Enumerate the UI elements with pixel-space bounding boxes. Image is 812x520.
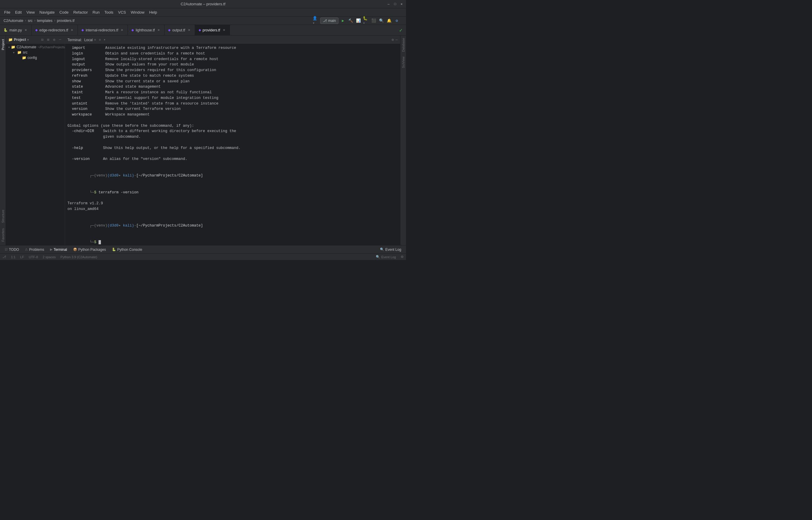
terminal-label: Terminal: [54, 248, 67, 252]
bottom-tab-terminal[interactable]: ▶ Terminal: [48, 247, 69, 252]
tab-lighthouse[interactable]: ◆ lighthouse.tf ✕: [128, 25, 165, 35]
menu-file[interactable]: File: [2, 9, 12, 15]
term-prompt-2: ┌─(venv)(d3d0✦ kali)-[~/PycharmProjects/…: [67, 217, 398, 234]
favorites-tab[interactable]: Favorites: [0, 226, 6, 244]
coverage-button[interactable]: 📊: [355, 18, 362, 24]
breadcrumb-sep-1: ›: [25, 19, 27, 23]
close-button[interactable]: ✕: [399, 2, 403, 6]
menu-edit[interactable]: Edit: [13, 9, 23, 15]
breadcrumb-root[interactable]: C2Automate: [4, 19, 23, 23]
tf-icon-1: ◆: [35, 28, 37, 32]
menu-view[interactable]: View: [25, 9, 36, 15]
event-log-button[interactable]: 🔍 Event Log: [377, 247, 403, 252]
tab-main-py[interactable]: 🐍 main.py ✕: [0, 25, 32, 35]
menu-refactor[interactable]: Refactor: [72, 9, 90, 15]
gear-icon[interactable]: ⚙: [52, 37, 57, 42]
stop-button[interactable]: ⬛: [370, 18, 377, 24]
notification-button[interactable]: 🔔: [386, 18, 392, 24]
menu-bar: File Edit View Navigate Code Refactor Ru…: [0, 8, 406, 17]
checkmark-icon: ✓: [399, 27, 406, 33]
tab-providers[interactable]: ◆ providers.tf ✕: [195, 25, 230, 35]
event-log-icon: 🔍: [380, 248, 384, 252]
window-title: C2Automate – providers.tf: [180, 2, 225, 6]
term-dollar-1: $: [94, 190, 96, 194]
user-icon[interactable]: 👤▾: [312, 18, 319, 24]
collapse-all-icon[interactable]: ⊟: [40, 37, 45, 42]
sciview-tab[interactable]: SciView: [400, 54, 406, 71]
status-git: ⎇: [2, 255, 6, 259]
bottom-tab-todo[interactable]: ☑ TODO: [2, 247, 21, 252]
bottom-tab-problems[interactable]: ⚠ Problems: [23, 247, 47, 252]
tab-close-main-py[interactable]: ✕: [24, 28, 28, 32]
maximize-button[interactable]: □: [393, 2, 397, 6]
status-line-ending[interactable]: LF: [20, 255, 24, 259]
term-output-login: login Obtain and save credentials for a …: [67, 51, 398, 57]
run-button[interactable]: ▶: [340, 18, 346, 24]
term-result-1: Terraform v1.2.9: [67, 201, 398, 206]
menu-help[interactable]: Help: [147, 9, 159, 15]
tab-close-edge-redirectors[interactable]: ✕: [70, 28, 74, 32]
dropdown-icon[interactable]: ▾: [27, 38, 29, 42]
project-tab[interactable]: Project: [0, 37, 6, 52]
tree-config[interactable]: ▶ 📁 config: [6, 55, 65, 60]
breadcrumb-src[interactable]: src: [28, 19, 32, 23]
tf-icon-5: ◆: [199, 28, 201, 32]
event-log-label: Event Log: [381, 255, 396, 259]
tab-close-providers[interactable]: ✕: [222, 28, 226, 32]
menu-window[interactable]: Window: [129, 9, 146, 15]
minimize-panel-icon[interactable]: —: [58, 37, 62, 42]
config-label: config: [28, 56, 37, 60]
breadcrumb-file[interactable]: providers.tf: [57, 19, 74, 23]
tab-close-internal-redirectors[interactable]: ✕: [120, 28, 124, 32]
status-indent[interactable]: 2 spaces: [43, 255, 56, 259]
term-output-chdir2: given subcommand.: [67, 134, 398, 140]
menu-navigate[interactable]: Navigate: [37, 9, 56, 15]
terminal-close-icon[interactable]: ✕: [94, 38, 96, 42]
git-branch-button[interactable]: ⎇ main: [320, 18, 339, 24]
menu-tools[interactable]: Tools: [103, 9, 115, 15]
menu-code[interactable]: Code: [58, 9, 71, 15]
tab-label-main-py: main.py: [9, 28, 22, 32]
terminal-body[interactable]: import Associate existing infrastructure…: [65, 44, 400, 245]
tab-close-output[interactable]: ✕: [187, 28, 191, 32]
tab-edge-redirectors[interactable]: ◆ edge-redirectors.tf ✕: [32, 25, 78, 35]
menu-run[interactable]: Run: [91, 9, 102, 15]
terminal-gear-icon[interactable]: ⚙: [392, 37, 394, 42]
bottom-tab-python-packages[interactable]: 📦 Python Packages: [71, 247, 108, 252]
todo-icon: ☑: [5, 248, 8, 252]
status-event-log[interactable]: 🔍 Event Log: [376, 255, 396, 259]
settings-button[interactable]: ⚙: [394, 18, 400, 24]
terminal-dropdown-button[interactable]: ▾: [104, 37, 106, 42]
terminal-minimize-icon[interactable]: —: [396, 38, 398, 42]
status-encoding[interactable]: UTF-8: [29, 255, 38, 259]
bottom-tab-python-console[interactable]: 🐍 Python Console: [110, 247, 145, 252]
structure-tab[interactable]: Structure: [0, 207, 6, 225]
search-everywhere-button[interactable]: 🔍: [378, 18, 385, 24]
term-output-test: test Experimental support for module int…: [67, 95, 398, 101]
status-position[interactable]: 1:1: [11, 255, 16, 259]
breadcrumb-templates[interactable]: templates: [37, 19, 52, 23]
term-output-untaint: untaint Remove the 'tainted' state from …: [67, 101, 398, 107]
tab-close-lighthouse[interactable]: ✕: [157, 28, 161, 32]
tree-src[interactable]: ▾ 📁 src: [6, 50, 65, 55]
python-packages-label: Python Packages: [78, 248, 106, 252]
minimize-button[interactable]: —: [387, 2, 391, 6]
menu-vcs[interactable]: VCS: [116, 9, 128, 15]
status-interpreter[interactable]: Python 3.9 (C2Automate): [60, 255, 97, 259]
status-icon-right: ⚙: [401, 255, 403, 259]
term-output-version: version Show the current Terraform versi…: [67, 106, 398, 112]
tab-output[interactable]: ◆ output.tf ✕: [165, 25, 195, 35]
terminal-local-tab[interactable]: Local ✕: [84, 38, 96, 42]
tree-root[interactable]: ▾ 📁 C2Automate ~/PycharmProjects/C2Au: [6, 45, 65, 50]
debug-button[interactable]: 🐛▾: [363, 18, 369, 24]
term-user-1: (d3d0✦ kali): [107, 174, 134, 178]
term-blank-1: [67, 118, 398, 123]
terminal-header: Terminal: Local ✕ + ▾ ⚙ —: [65, 36, 400, 44]
database-tab[interactable]: Database: [400, 35, 406, 54]
bottom-toolbar: ☑ TODO ⚠ Problems ▶ Terminal 📦 Python Pa…: [0, 245, 406, 254]
breadcrumb-sep-3: ›: [54, 19, 56, 23]
build-button[interactable]: 🔨: [347, 18, 354, 24]
terminal-add-button[interactable]: +: [99, 37, 101, 42]
expand-all-icon[interactable]: ⊞: [46, 37, 51, 42]
tab-internal-redirectors[interactable]: ◆ internal-redirectors.tf ✕: [78, 25, 128, 35]
